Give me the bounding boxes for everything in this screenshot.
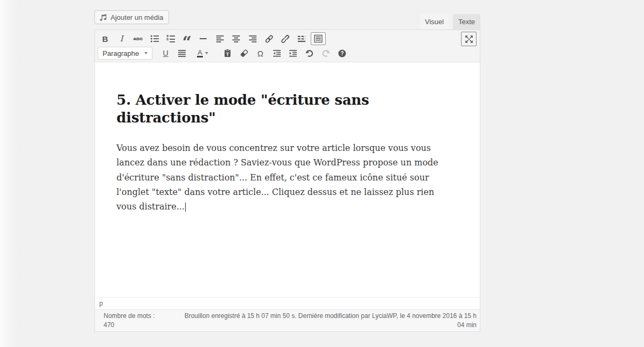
link-icon [265,34,274,44]
editor-top-row: Ajouter un média Visuel Texte [94,10,480,30]
paragraph-line-text: vous distraire... [116,201,185,212]
align-left-button[interactable] [213,32,228,45]
media-icon [99,13,107,21]
heading-line: distractions" [116,109,458,127]
toolbar-row-2: Paragraphe U A T Ω [98,46,480,60]
clear-formatting-button[interactable] [237,47,252,60]
align-center-icon [232,34,240,43]
bold-icon: B [103,34,108,44]
add-media-button[interactable]: Ajouter un média [94,10,169,24]
unlink-icon [281,34,290,44]
word-count-label: Nombre de mots : [104,312,155,320]
paragraph-line: lancez dans une rédaction ? Saviez-vous … [116,155,458,170]
indent-icon [289,49,297,57]
svg-text:?: ? [340,50,343,56]
text-color-caret-icon [205,52,208,54]
editor-box: B I ABC “ [94,30,480,332]
paragraph-format-label: Paragraphe [103,49,139,57]
indent-button[interactable] [286,47,301,60]
outdent-button[interactable] [269,47,284,60]
special-character-button[interactable]: Ω [253,47,268,60]
post-heading: 5. Activer le mode "écriture sansdistrac… [116,91,458,127]
element-path[interactable]: p [99,300,103,307]
editor-mode-tabs: Visuel Texte [420,14,480,30]
tab-visual[interactable]: Visuel [420,14,449,30]
distraction-free-icon [465,35,473,44]
blockquote-icon: “ [182,34,192,50]
toolbar-toggle-button[interactable] [311,32,326,45]
blockquote-button[interactable]: “ [180,32,195,45]
text-cursor [185,203,186,212]
outdent-icon [273,49,281,57]
svg-text:T: T [226,52,229,57]
post-paragraph: Vous avez besoin de vous concentrez sur … [116,141,458,214]
help-icon: ? [338,49,347,58]
align-right-icon [248,34,257,43]
align-center-button[interactable] [229,32,244,45]
link-button[interactable] [261,32,276,45]
status-info-bar: Nombre de mots : 470 Brouillon enregistr… [95,309,480,331]
strikethrough-button[interactable]: ABC [130,32,145,45]
collapsed-admin-strip [0,0,18,347]
undo-button[interactable] [302,47,317,60]
text-color-icon: A [197,49,203,57]
editor-toolbar: B I ABC “ [95,30,480,62]
word-count-value: 470 [104,321,114,329]
paragraph-line: vous distraire... [116,199,458,214]
autosave-message: Brouillon enregistré à 15 h 07 min 50 s.… [179,312,477,330]
bullet-list-button[interactable] [147,32,162,45]
horizontal-rule-button[interactable] [196,32,211,45]
bold-button[interactable]: B [98,32,113,45]
italic-button[interactable]: I [114,32,129,45]
element-path-bar: p [95,297,480,309]
horizontal-rule-icon [199,34,208,43]
heading-line: 5. Activer le mode "écriture sans [116,91,458,109]
unlink-button[interactable] [278,32,293,45]
distraction-free-button[interactable] [461,32,477,46]
paste-as-text-button[interactable]: T [220,47,235,60]
numbered-list-icon [166,34,175,43]
align-left-icon [216,34,224,43]
tab-text[interactable]: Texte [453,14,480,30]
toolbar-row-1: B I ABC “ [98,32,480,46]
toolbar-toggle-icon [314,34,323,43]
paragraph-line: Vous avez besoin de vous concentrez sur … [116,141,458,155]
align-right-button[interactable] [245,32,260,45]
paragraph-line: l'onglet "texte" dans votre article... C… [116,185,458,199]
text-color-button[interactable]: A [191,47,215,60]
add-media-label: Ajouter un média [111,13,163,21]
italic-icon: I [120,34,123,44]
redo-icon [321,49,331,58]
chevron-down-icon [144,52,148,54]
special-character-icon: Ω [257,49,263,58]
undo-icon [305,49,314,58]
help-button[interactable]: ? [335,47,350,60]
clear-formatting-icon [240,49,248,57]
post-editor: Ajouter un média Visuel Texte B I ABC “ [94,10,480,332]
redo-button[interactable] [318,47,333,60]
paragraph-format-dropdown[interactable]: Paragraphe [98,47,152,60]
underline-button[interactable]: U [158,47,173,60]
more-tag-icon [297,34,306,43]
word-count: Nombre de mots : 470 [104,312,160,330]
numbered-list-button[interactable] [163,32,178,45]
editor-content[interactable]: 5. Activer le mode "écriture sansdistrac… [95,62,480,297]
underline-icon: U [163,49,168,57]
paste-as-text-icon: T [223,49,232,57]
more-tag-button[interactable] [294,32,309,45]
paragraph-line: d'écriture "sans distraction"... En effe… [116,170,458,185]
bullet-list-icon [150,34,159,43]
strikethrough-icon: ABC [133,37,142,41]
